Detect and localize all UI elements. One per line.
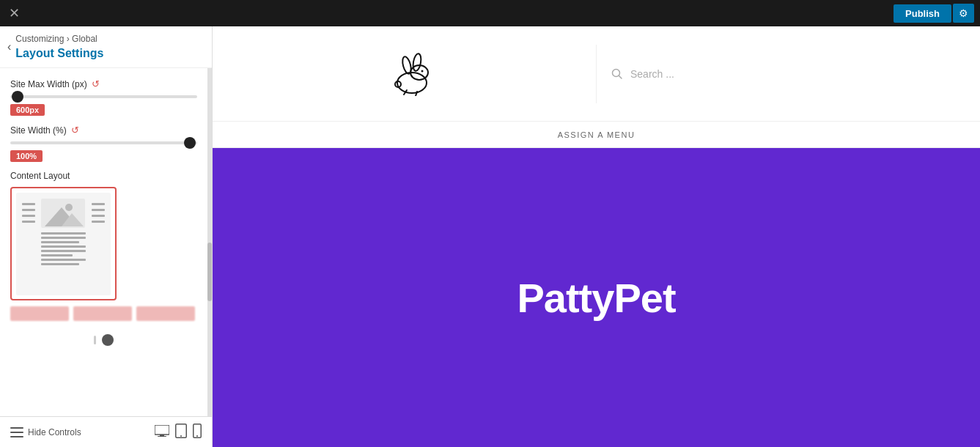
site-width-thumb[interactable] [184, 137, 196, 149]
footer-icons [155, 424, 202, 441]
svg-rect-7 [155, 425, 169, 435]
preview-area: Search ... ASSIGN A MENU PattyPet [213, 26, 980, 447]
svg-point-17 [411, 53, 421, 71]
svg-rect-6 [10, 436, 23, 437]
tablet-icon [175, 424, 187, 438]
layout-options-blurred [10, 306, 197, 321]
breadcrumb-text: Customizing › Global [15, 34, 103, 44]
publish-area: Publish ⚙ [894, 4, 974, 23]
layout-center [41, 199, 86, 265]
sidebar-scrollbar[interactable] [207, 68, 212, 416]
mountain-icon [41, 199, 85, 228]
reset-max-width-icon[interactable]: ↺ [92, 78, 100, 89]
svg-rect-4 [10, 427, 23, 429]
text-line-3 [41, 241, 79, 243]
breadcrumb-sep: › [67, 34, 72, 44]
top-bar: ✕ Publish ⚙ [0, 0, 980, 26]
main-layout: ‹ Customizing › Global Layout Settings S… [0, 26, 980, 447]
hide-controls-label: Hide Controls [28, 427, 81, 437]
site-width-label: Site Width (%) ↺ [10, 125, 197, 136]
svg-rect-5 [10, 432, 23, 433]
hero-title: PattyPet [517, 274, 675, 322]
site-logo [379, 52, 445, 96]
text-line-6 [41, 254, 73, 256]
layout-preview [16, 193, 111, 295]
layout-lines-left [22, 199, 35, 223]
rline3 [92, 215, 105, 217]
mobile-view-button[interactable] [193, 424, 202, 441]
rline4 [92, 221, 105, 223]
rline2 [92, 209, 105, 211]
svg-point-13 [196, 435, 198, 437]
breadcrumb-customizing: Customizing [15, 34, 64, 44]
reset-site-width-icon[interactable]: ↺ [71, 125, 79, 136]
hide-controls-button[interactable]: Hide Controls [10, 427, 81, 437]
site-max-width-thumb[interactable] [12, 91, 23, 103]
svg-line-23 [619, 75, 622, 78]
top-bar-left: ✕ [6, 4, 23, 23]
line4 [22, 221, 35, 223]
desktop-icon [155, 425, 169, 437]
preview-hero: PattyPet [213, 148, 980, 447]
text-line-2 [41, 237, 86, 239]
sidebar-content: Site Max Width (px) ↺ 600px Site Width (… [0, 68, 207, 416]
sidebar-header: ‹ Customizing › Global Layout Settings [0, 26, 212, 68]
close-icon: ✕ [9, 6, 20, 21]
gear-icon: ⚙ [959, 7, 968, 19]
text-line-1 [41, 232, 86, 234]
line2 [22, 209, 35, 211]
sidebar-footer: Hide Controls [0, 416, 212, 447]
layout-option-selected[interactable] [10, 187, 117, 300]
svg-point-16 [401, 56, 413, 75]
mobile-icon [193, 424, 202, 438]
preview-search: Search ... [611, 68, 951, 80]
tablet-view-button[interactable] [175, 424, 187, 441]
blur-item-3 [136, 306, 195, 321]
site-width-slider[interactable] [10, 141, 197, 144]
line3 [22, 215, 35, 217]
text-lines [41, 232, 86, 265]
search-icon [611, 68, 623, 80]
assign-menu-text: ASSIGN A MENU [558, 130, 635, 139]
site-width-value: 100% [10, 150, 43, 162]
search-placeholder: Search ... [630, 68, 674, 80]
content-layout-label: Content Layout [10, 171, 197, 181]
preview-logo-area [242, 52, 581, 96]
blur-item-2 [73, 306, 132, 321]
site-max-width-value: 600px [10, 104, 45, 116]
svg-rect-8 [160, 435, 164, 436]
svg-point-18 [421, 70, 423, 72]
sidebar: ‹ Customizing › Global Layout Settings S… [0, 26, 213, 447]
breadcrumb: Customizing › Global Layout Settings [15, 34, 103, 60]
back-button[interactable]: ‹ [7, 39, 15, 55]
layout-lines-right [92, 199, 105, 223]
site-max-width-label: Site Max Width (px) ↺ [10, 78, 197, 89]
text-line-8 [41, 263, 79, 265]
settings-button[interactable]: ⚙ [953, 4, 974, 23]
bottom-slider-area [10, 334, 197, 346]
svg-rect-9 [158, 436, 166, 437]
sidebar-scroll-thumb[interactable] [207, 243, 212, 301]
back-icon: ‹ [7, 40, 11, 53]
text-line-7 [41, 259, 86, 261]
preview-header: Search ... [213, 26, 980, 122]
blur-item-1 [10, 306, 69, 321]
header-divider [596, 45, 597, 103]
svg-point-1 [65, 204, 73, 211]
bottom-slider-thumb[interactable] [102, 334, 114, 346]
line1 [22, 203, 35, 205]
site-max-width-slider[interactable] [10, 95, 197, 98]
text-line-5 [41, 250, 86, 252]
publish-button[interactable]: Publish [894, 4, 951, 23]
close-button[interactable]: ✕ [6, 4, 23, 23]
rline1 [92, 203, 105, 205]
text-line-4 [41, 245, 86, 248]
preview-nav: ASSIGN A MENU [213, 122, 980, 148]
breadcrumb-section: Global [72, 34, 97, 44]
svg-point-11 [180, 435, 182, 437]
hamburger-icon [10, 427, 23, 437]
section-title: Layout Settings [15, 47, 103, 60]
slider-indicator [94, 336, 96, 344]
desktop-view-button[interactable] [155, 425, 169, 440]
